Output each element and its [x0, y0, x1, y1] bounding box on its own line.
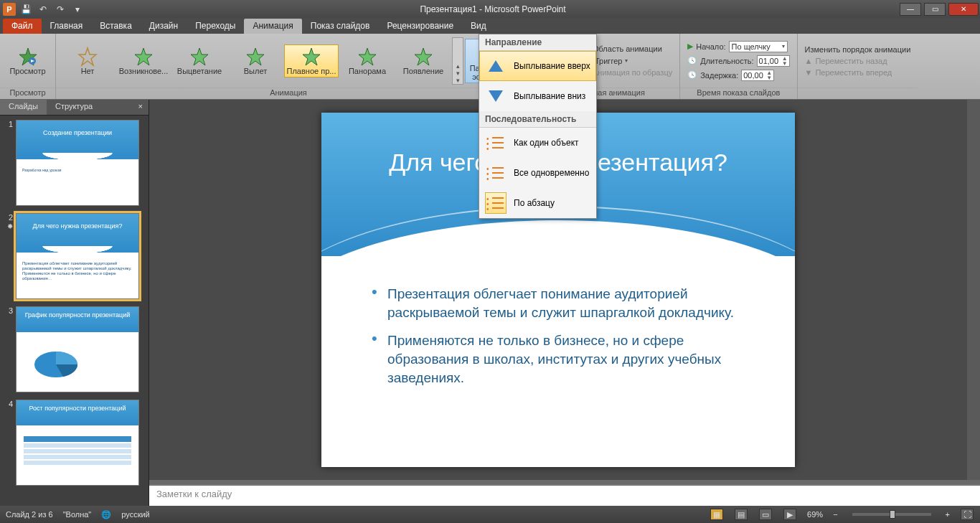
- svg-marker-6: [247, 48, 264, 65]
- tab-view[interactable]: Вид: [462, 19, 495, 34]
- tab-outline[interactable]: Структура: [47, 100, 101, 115]
- tab-insert[interactable]: Вставка: [91, 19, 141, 34]
- fit-to-window-button[interactable]: ⛶: [961, 509, 974, 520]
- thumb-4[interactable]: 4 Рост популярности презентаций: [3, 400, 146, 486]
- status-language[interactable]: русский: [121, 510, 149, 519]
- group-reorder: Изменить порядок анимации ▲Переместить н…: [798, 34, 918, 99]
- move-back-button[interactable]: ▲Переместить назад: [802, 56, 914, 66]
- effect-panorama[interactable]: Панорама: [340, 44, 395, 77]
- slides-panel: Слайды Структура × 1 Создание презентаци…: [0, 100, 149, 506]
- effect-fade[interactable]: Выцветание: [172, 44, 227, 77]
- svg-marker-5: [191, 48, 208, 65]
- undo-icon[interactable]: ↶: [36, 2, 50, 17]
- zoom-slider[interactable]: [852, 513, 931, 516]
- effect-appear2[interactable]: Появление: [396, 44, 451, 77]
- slide-body[interactable]: Презентация облегчает понимание аудитори…: [372, 285, 759, 397]
- clock-icon: 🕓: [687, 56, 697, 65]
- up-icon: ▲: [805, 57, 813, 65]
- thumb-1[interactable]: 1 Создание презентацииРазработка над уро…: [3, 120, 146, 206]
- effect-appear[interactable]: Возникнове...: [116, 44, 171, 77]
- tab-review[interactable]: Рецензирование: [378, 19, 462, 34]
- star-icon: [357, 47, 377, 67]
- pie-chart-icon: [31, 344, 81, 380]
- tab-home[interactable]: Главная: [42, 19, 92, 34]
- tab-slideshow[interactable]: Показ слайдов: [302, 19, 379, 34]
- tab-design[interactable]: Дизайн: [141, 19, 187, 34]
- zoom-in-button[interactable]: +: [946, 510, 950, 519]
- thumbnails: 1 Создание презентацииРазработка над уро…: [0, 116, 149, 506]
- delay-input[interactable]: 00,00▲▼: [741, 70, 774, 81]
- view-slideshow-button[interactable]: ▶: [783, 509, 796, 520]
- menu-by-paragraph[interactable]: По абзацу: [479, 188, 596, 218]
- close-button[interactable]: ✕: [948, 3, 979, 16]
- menu-float-up[interactable]: Выплывание вверх: [479, 51, 596, 81]
- star-icon: [413, 47, 433, 67]
- group-timing: ▶Начало:По щелчку▾ 🕓Длительность:01,00▲▼…: [680, 34, 797, 99]
- quick-access-toolbar: P 💾 ↶ ↷ ▾: [0, 2, 88, 17]
- svg-marker-8: [359, 48, 376, 65]
- effect-gallery-more[interactable]: ▴▾▾: [452, 37, 463, 85]
- effect-none[interactable]: Нет: [60, 44, 115, 77]
- arrow-down-icon: [485, 85, 507, 107]
- preview-star-icon: [18, 47, 38, 67]
- effect-float[interactable]: Плавное пр...: [284, 44, 339, 77]
- svg-marker-4: [135, 48, 152, 65]
- ribbon-tabs: Файл Главная Вставка Дизайн Переходы Ани…: [0, 18, 980, 34]
- close-panel-icon[interactable]: ×: [133, 100, 149, 115]
- tab-slides-thumb[interactable]: Слайды: [0, 100, 47, 115]
- tab-transitions[interactable]: Переходы: [187, 19, 244, 34]
- status-slide: Слайд 2 из 6: [6, 510, 53, 519]
- start-combo[interactable]: По щелчку▾: [729, 41, 788, 52]
- status-bar: Слайд 2 из 6 "Волна" 🌐 русский ▦ ▤ ▭ ▶ 6…: [0, 506, 980, 523]
- zoom-value[interactable]: 69%: [807, 510, 823, 519]
- view-reading-button[interactable]: ▭: [759, 509, 772, 520]
- view-normal-button[interactable]: ▦: [710, 509, 723, 520]
- duration-input[interactable]: 01,00▲▼: [757, 55, 790, 67]
- window-title: Презентация1 - Microsoft PowerPoint: [88, 4, 898, 14]
- group-animation: Нет Возникнове... Выцветание Вылет Плавн…: [56, 34, 522, 99]
- arrow-up-icon: [485, 55, 507, 77]
- clock-icon: 🕓: [687, 70, 697, 80]
- duration-row: 🕓Длительность:01,00▲▼: [684, 55, 792, 67]
- tab-animation[interactable]: Анимация: [244, 19, 301, 34]
- bullet-1: Презентация облегчает понимание аудитори…: [372, 285, 759, 321]
- preview-button[interactable]: Просмотр: [4, 44, 51, 77]
- list-icon: [485, 132, 507, 154]
- menu-all-at-once[interactable]: Все одновременно: [479, 158, 596, 188]
- menu-header-sequence: Последовательность: [479, 111, 596, 128]
- thumb-3[interactable]: 3 График популярности презентаций: [3, 306, 146, 392]
- menu-float-down[interactable]: Выплывание вниз: [479, 81, 596, 111]
- effect-options-menu: Направление Выплывание вверх Выплывание …: [479, 34, 597, 219]
- view-sorter-button[interactable]: ▤: [735, 509, 748, 520]
- globe-icon: 🌐: [101, 510, 111, 519]
- list-icon: [485, 192, 507, 214]
- svg-marker-7: [303, 48, 320, 65]
- qat-more-icon[interactable]: ▾: [70, 2, 85, 17]
- star-none-icon: [77, 47, 98, 67]
- redo-icon[interactable]: ↷: [53, 2, 67, 17]
- preview-label: Просмотр: [9, 67, 45, 75]
- app-icon[interactable]: P: [3, 3, 16, 16]
- delay-row: 🕓Задержка:00,00▲▼: [684, 69, 792, 82]
- anim-indicator-icon: ✸: [7, 222, 13, 230]
- maximize-button[interactable]: ▭: [924, 3, 946, 16]
- bullet-2: Применяются не только в бизнесе, но и сф…: [372, 331, 759, 387]
- status-theme: "Волна": [63, 510, 92, 519]
- effect-fly[interactable]: Вылет: [228, 44, 283, 77]
- notes-pane[interactable]: Заметки к слайду: [149, 484, 980, 506]
- save-icon[interactable]: 💾: [19, 2, 33, 17]
- minimize-button[interactable]: —: [900, 3, 921, 16]
- vertical-scrollbar[interactable]: [967, 100, 980, 480]
- star-icon: [301, 47, 321, 67]
- thumb-2[interactable]: 2✸ Для чего нужна презентация?Презентаци…: [3, 213, 146, 299]
- zoom-out-button[interactable]: −: [833, 510, 837, 519]
- move-forward-button[interactable]: ▼Переместить вперед: [802, 67, 914, 77]
- down-icon: ▼: [805, 68, 813, 77]
- menu-as-one[interactable]: Как один объект: [479, 128, 596, 158]
- play-icon: ▶: [687, 42, 693, 51]
- start-row: ▶Начало:По щелчку▾: [684, 40, 792, 53]
- svg-marker-3: [79, 48, 96, 65]
- menu-header-direction: Направление: [479, 34, 596, 51]
- title-bar: P 💾 ↶ ↷ ▾ Презентация1 - Microsoft Power…: [0, 0, 980, 18]
- tab-file[interactable]: Файл: [3, 19, 42, 34]
